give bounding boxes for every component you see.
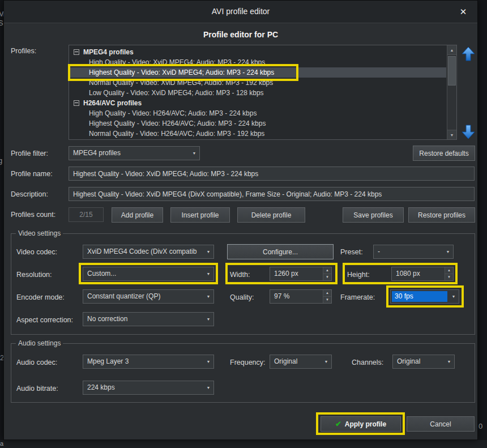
- profile-item-label: Highest Quality - Video: XviD MPEG4; Aud…: [89, 67, 274, 78]
- profile-name-label: Profile name:: [11, 170, 53, 178]
- chevron-down-icon: ▼: [443, 245, 453, 258]
- profile-item-label: Normal Quality - Video: XviD MPEG4; Audi…: [89, 78, 273, 88]
- move-down-button[interactable]: [460, 124, 476, 140]
- scrollbar[interactable]: ▲ ▼: [447, 45, 456, 139]
- chevron-down-icon: ▼: [203, 290, 213, 303]
- width-value: 1260 px: [274, 267, 298, 280]
- profile-list-item[interactable]: Normal Quality - Video: H264/AVC; Audio:…: [70, 129, 446, 139]
- avi-profile-editor-dialog: AVI profile editor ✕ Profile editor for …: [3, 0, 478, 440]
- profiles-list: MPEG4 profiles High Quality - Video: Xvi…: [69, 45, 457, 140]
- audio-settings-legend: Audio settings: [16, 339, 63, 347]
- channels-label: Channels:: [352, 359, 383, 366]
- restore-profiles-button[interactable]: Restore profiles: [408, 207, 475, 223]
- scroll-down-icon[interactable]: ▼: [447, 130, 456, 139]
- preset-select[interactable]: - ▼: [373, 245, 454, 259]
- profile-list-item[interactable]: Low Quality - Video: XviD MPEG4; Audio: …: [70, 88, 446, 98]
- width-label: Width:: [230, 271, 250, 279]
- chevron-down-icon: ▼: [203, 267, 213, 280]
- profile-group-label: H264/AVC profiles: [83, 98, 142, 108]
- spin-up-icon[interactable]: ▲: [323, 267, 331, 274]
- quality-spinner[interactable]: 97 % ▲ ▼: [270, 289, 332, 304]
- aspect-correction-value: No correction: [87, 313, 202, 326]
- insert-profile-button[interactable]: Insert profile: [170, 207, 230, 223]
- profile-item-label: High Quality - Video: XviD MPEG4; Audio:…: [89, 57, 265, 67]
- height-value: 1080 px: [396, 267, 420, 280]
- profile-filter-select[interactable]: MPEG4 profiles ▼: [69, 146, 200, 160]
- spin-down-icon[interactable]: ▼: [445, 274, 453, 281]
- spinner-buttons: ▲ ▼: [323, 267, 331, 280]
- chevron-down-icon: ▼: [189, 147, 199, 160]
- dialog-title: AVI profile editor: [4, 7, 477, 16]
- profiles-label: Profiles:: [11, 47, 36, 55]
- configure-button[interactable]: Configure...: [227, 244, 334, 259]
- apply-profile-button[interactable]: ✔ Apply profile: [321, 416, 401, 432]
- frequency-label: Frequency:: [230, 359, 266, 366]
- cancel-button[interactable]: Cancel: [407, 416, 475, 432]
- close-icon[interactable]: ✕: [457, 6, 469, 18]
- audio-bitrate-label: Audio bitrate:: [16, 385, 58, 392]
- spin-down-icon[interactable]: ▼: [323, 274, 331, 281]
- profile-list-item[interactable]: High Quality - Video: H264/AVC; Audio: M…: [70, 108, 446, 118]
- profile-name-input[interactable]: [69, 167, 475, 181]
- channels-value: Original: [397, 355, 443, 368]
- restore-defaults-button[interactable]: Restore defaults: [413, 146, 475, 161]
- spin-down-icon[interactable]: ▼: [323, 297, 331, 304]
- spinner-buttons: ▲ ▼: [323, 290, 331, 303]
- add-profile-button[interactable]: Add profile: [112, 207, 163, 223]
- resolution-select[interactable]: Custom... ▼: [83, 267, 214, 281]
- audio-bitrate-select[interactable]: 224 kbps ▼: [83, 381, 214, 395]
- profile-filter-value: MPEG4 profiles: [73, 147, 188, 160]
- delete-profile-button[interactable]: Delete profile: [237, 207, 305, 223]
- frequency-select[interactable]: Original ▼: [270, 355, 332, 369]
- background-app-strip: [0, 440, 487, 448]
- background-text-fragment: a: [0, 440, 3, 447]
- audio-codec-label: Audio codec:: [16, 359, 57, 366]
- audio-codec-select[interactable]: Mpeg Layer 3 ▼: [83, 355, 214, 369]
- encoder-mode-select[interactable]: Constant quantizer (QP) ▼: [83, 289, 214, 304]
- title-bar: AVI profile editor ✕: [4, 1, 477, 23]
- background-text-fragment: g: [0, 156, 2, 165]
- profile-list-item[interactable]: Highest Quality - Video: H264/AVC; Audio…: [70, 118, 446, 129]
- profile-item-label: Normal Quality - Video: H264/AVC; Audio:…: [89, 129, 264, 139]
- profiles-count-field: [69, 207, 104, 222]
- profile-group-header[interactable]: MPEG4 profiles: [70, 47, 446, 57]
- framerate-select[interactable]: 30 fps ▼: [390, 289, 459, 304]
- video-codec-value: XviD MPEG4 Codec (DivX compatib: [87, 245, 202, 258]
- profile-list-item[interactable]: Normal Quality - Video: XviD MPEG4; Audi…: [70, 78, 446, 88]
- profile-group-header[interactable]: H264/AVC profiles: [70, 98, 446, 108]
- profile-list-item[interactable]: High Quality - Video: XviD MPEG4; Audio:…: [70, 57, 446, 67]
- description-input[interactable]: [69, 187, 475, 201]
- chevron-down-icon: ▼: [203, 355, 213, 368]
- video-codec-select[interactable]: XviD MPEG4 Codec (DivX compatib ▼: [83, 245, 214, 259]
- scroll-up-icon[interactable]: ▲: [447, 45, 456, 55]
- preset-value: -: [378, 245, 442, 258]
- profile-item-label: Highest Quality - Video: H264/AVC; Audio…: [89, 118, 266, 129]
- video-settings-legend: Video settings: [16, 229, 63, 237]
- height-spinner[interactable]: 1080 px ▲ ▼: [391, 267, 454, 281]
- audio-settings-group: Audio settings: [11, 339, 475, 403]
- description-label: Description:: [11, 190, 48, 198]
- chevron-down-icon: ▼: [203, 381, 213, 394]
- collapse-icon[interactable]: [74, 100, 79, 106]
- resolution-label: Resolution:: [16, 271, 52, 279]
- encoder-mode-value: Constant quantizer (QP): [87, 290, 202, 303]
- collapse-icon[interactable]: [74, 49, 79, 55]
- check-icon: ✔: [335, 420, 341, 428]
- chevron-down-icon: ▼: [444, 355, 454, 368]
- spin-up-icon[interactable]: ▲: [323, 290, 331, 297]
- video-codec-label: Video codec:: [16, 248, 57, 256]
- channels-select[interactable]: Original ▼: [392, 355, 455, 369]
- spin-up-icon[interactable]: ▲: [445, 267, 453, 274]
- profiles-list-rows: MPEG4 profiles High Quality - Video: Xvi…: [70, 47, 446, 139]
- background-text-fragment: S: [0, 19, 3, 27]
- save-profiles-button[interactable]: Save profiles: [343, 207, 404, 223]
- move-up-button[interactable]: [460, 46, 476, 62]
- width-spinner[interactable]: 1260 px ▲ ▼: [270, 267, 332, 281]
- resolution-value: Custom...: [87, 267, 202, 280]
- audio-codec-value: Mpeg Layer 3: [87, 355, 202, 368]
- profile-list-item-selected[interactable]: Highest Quality - Video: XviD MPEG4; Aud…: [70, 67, 446, 78]
- height-label: Height:: [347, 271, 370, 279]
- scrollbar-thumb[interactable]: [448, 56, 456, 86]
- aspect-correction-select[interactable]: No correction ▼: [83, 312, 214, 326]
- encoder-mode-label: Encoder mode:: [16, 293, 65, 301]
